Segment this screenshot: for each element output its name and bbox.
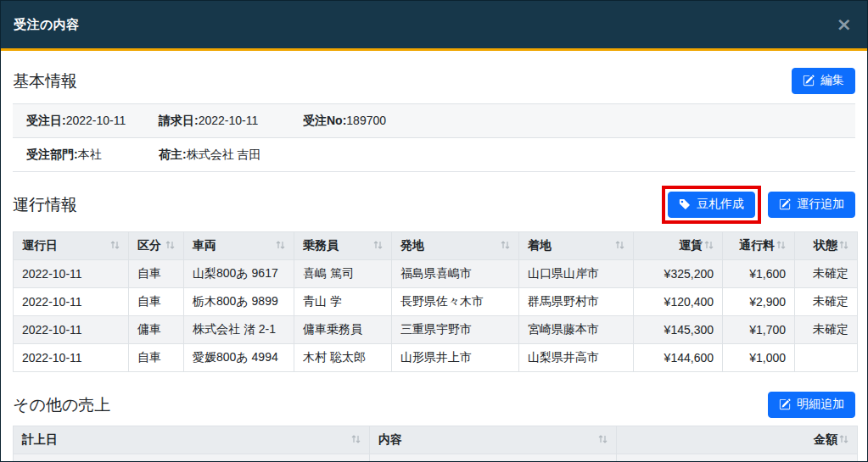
column-header-joutai[interactable]: 状態	[795, 232, 858, 260]
basic-info-table: 受注日:2022-10-11 請求日:2022-10-11 受注No:18970…	[13, 103, 855, 172]
add-operation-button[interactable]: 運行追加	[768, 192, 855, 218]
column-header-kubun[interactable]: 区分	[129, 232, 184, 260]
column-header-chakuchi[interactable]: 着地	[519, 232, 634, 260]
cell: ¥145,300	[634, 316, 723, 344]
cell: 青山 学	[294, 288, 392, 316]
status-cell: 未確定	[795, 316, 858, 344]
cell: 自車	[129, 344, 184, 372]
column-header-sharyou[interactable]: 車両	[184, 232, 294, 260]
basic-info-row: 受注部門:本社 荷主:株式会社 吉田	[13, 138, 855, 172]
sort-icon	[276, 239, 285, 253]
cell: 山梨県井高市	[519, 344, 634, 372]
sort-icon	[501, 239, 510, 253]
cell: 2022-10-11	[14, 288, 129, 316]
order-no-field: 受注No:189700	[303, 114, 386, 129]
cell: 山口県山岸市	[519, 260, 634, 288]
edit-button-label: 編集	[820, 73, 844, 88]
basic-info-row: 受注日:2022-10-11 請求日:2022-10-11 受注No:18970…	[13, 104, 855, 138]
cell: 三重県宇野市	[392, 316, 519, 344]
column-header-keijoubi[interactable]: 計上日	[14, 426, 370, 454]
column-header-joumuin[interactable]: 乗務員	[294, 232, 392, 260]
cell: 愛媛800あ 4994	[184, 344, 294, 372]
column-header-hatchi[interactable]: 発地	[392, 232, 519, 260]
column-header-naiyou[interactable]: 内容	[370, 426, 617, 454]
pencil-square-icon	[779, 398, 791, 410]
sort-icon	[615, 239, 624, 253]
status-cell: 未確定	[795, 260, 858, 288]
cell: 傭車乗務員	[294, 316, 392, 344]
sort-icon	[839, 239, 848, 253]
cell: ¥20,000	[617, 454, 858, 462]
modal-body: 基本情報 編集 受注日:2022-10-11 請求日:2022-10-11 受注…	[1, 51, 867, 462]
cell: 群馬県野村市	[519, 288, 634, 316]
sort-icon	[839, 433, 848, 447]
cell: ¥325,200	[634, 260, 723, 288]
basic-info-section-head: 基本情報 編集	[13, 68, 855, 94]
other-sales-header-row: 計上日 内容 金額	[14, 426, 858, 454]
mamefuda-button-label: 豆札作成	[697, 197, 744, 212]
shipper-field: 荷主:株式会社 吉田	[159, 148, 261, 163]
billing-date-field: 請求日:2022-10-11	[159, 114, 303, 129]
mamefuda-create-button[interactable]: 豆札作成	[668, 192, 755, 218]
table-row[interactable]: 2022-10-11 傭車 株式会社 渚 2-1 傭車乗務員 三重県宇野市 宮崎…	[14, 316, 858, 344]
cell: 喜嶋 篤司	[294, 260, 392, 288]
order-date-field: 受注日:2022-10-11	[26, 114, 159, 129]
pencil-square-icon	[779, 198, 791, 210]
sort-icon	[598, 433, 608, 447]
cell: ¥2,900	[723, 288, 795, 316]
sort-icon	[704, 239, 714, 253]
cell: ¥120,400	[634, 288, 723, 316]
cell: 2022-10-11	[14, 344, 129, 372]
modal-title: 受注の内容	[14, 17, 80, 33]
add-detail-button[interactable]: 明細追加	[768, 392, 855, 418]
cell: 2022-10-11	[14, 260, 129, 288]
pencil-square-icon	[803, 75, 815, 86]
sort-icon	[165, 239, 175, 253]
unkou-table-header-row: 運行日 区分 車両 乗務員 発地 着地 運賃 通行料 状態	[14, 232, 858, 260]
close-icon[interactable]: ×	[837, 15, 852, 34]
cell: 山梨800あ 9617	[184, 260, 294, 288]
cell: 株式会社 渚 2-1	[184, 316, 294, 344]
cell: ¥1,000	[723, 344, 795, 372]
other-sales-table: 計上日 内容 金額 2022-10-11 出庫料 ¥20,000	[13, 426, 858, 462]
sort-icon	[373, 239, 383, 253]
cell: 福島県喜嶋市	[392, 260, 519, 288]
sort-icon	[110, 239, 120, 253]
add-operation-button-label: 運行追加	[797, 197, 844, 212]
cell: 自車	[129, 260, 184, 288]
order-detail-modal: 受注の内容 × 基本情報 編集 受注日:2022-10-11 請求日:2022-…	[0, 0, 868, 462]
cell: 山形県井上市	[392, 344, 519, 372]
cell: 栃木800あ 9899	[184, 288, 294, 316]
order-department-field: 受注部門:本社	[26, 148, 159, 163]
table-row[interactable]: 2022-10-11 自車 山梨800あ 9617 喜嶋 篤司 福島県喜嶋市 山…	[14, 260, 858, 288]
unkou-section-head: 運行情報 豆札作成 運行追加	[13, 186, 855, 224]
sort-icon	[351, 433, 361, 447]
column-header-tsuukouryou[interactable]: 通行料	[723, 232, 795, 260]
cell: 出庫料	[370, 454, 617, 462]
unkou-heading: 運行情報	[13, 194, 77, 216]
cell: 2022-10-11	[14, 454, 370, 462]
cell: ¥144,600	[634, 344, 723, 372]
sort-icon	[776, 239, 786, 253]
column-header-unkoubi[interactable]: 運行日	[14, 232, 129, 260]
edit-button[interactable]: 編集	[792, 68, 855, 94]
column-header-unchin[interactable]: 運賃	[634, 232, 723, 260]
unkou-table: 運行日 区分 車両 乗務員 発地 着地 運賃 通行料 状態 2022-10-11…	[13, 231, 858, 372]
cell: 傭車	[129, 316, 184, 344]
cell: ¥1,700	[723, 316, 795, 344]
table-row[interactable]: 2022-10-11 自車 栃木800あ 9899 青山 学 長野県佐々木市 群…	[14, 288, 858, 316]
cell: 自車	[129, 288, 184, 316]
basic-info-heading: 基本情報	[13, 70, 77, 92]
cell: 木村 聡太郎	[294, 344, 392, 372]
column-header-kingaku[interactable]: 金額	[617, 426, 858, 454]
tag-icon	[679, 198, 691, 210]
modal-header: 受注の内容 ×	[1, 1, 867, 51]
other-sales-heading: その他の売上	[13, 394, 110, 416]
cell: 宮崎県藤本市	[519, 316, 634, 344]
add-detail-button-label: 明細追加	[797, 397, 844, 412]
cell: 長野県佐々木市	[392, 288, 519, 316]
table-row[interactable]: 2022-10-11 自車 愛媛800あ 4994 木村 聡太郎 山形県井上市 …	[14, 344, 858, 372]
status-cell	[795, 344, 858, 372]
table-row[interactable]: 2022-10-11 出庫料 ¥20,000	[14, 454, 858, 462]
cell: ¥1,600	[723, 260, 795, 288]
